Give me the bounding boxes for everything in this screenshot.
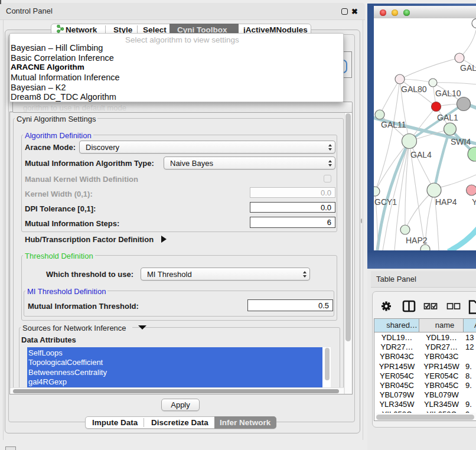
svg-text:YJL: YJL (472, 197, 476, 207)
svg-text:GAL10: GAL10 (435, 89, 461, 98)
svg-text:HAP2: HAP2 (406, 236, 428, 245)
svg-text:GAL80: GAL80 (401, 84, 427, 94)
svg-text:GAL1: GAL1 (437, 113, 458, 122)
svg-text:GAL11: GAL11 (381, 120, 406, 129)
svg-text:GCY1: GCY1 (374, 197, 397, 207)
svg-text:HAP4: HAP4 (435, 197, 457, 207)
svg-text:GAL7: GAL7 (460, 63, 476, 73)
svg-text:GAL4: GAL4 (410, 150, 432, 159)
svg-text:SWI4: SWI4 (451, 137, 471, 146)
